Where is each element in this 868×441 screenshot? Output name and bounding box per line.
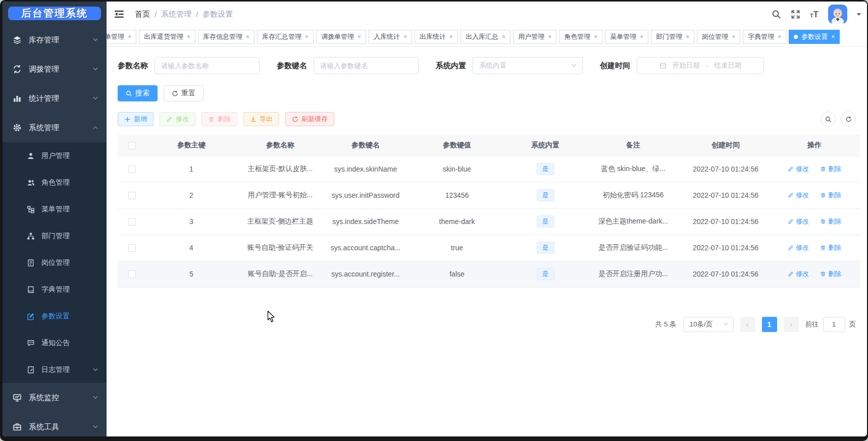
row-checkbox[interactable]: [128, 192, 136, 199]
page-size-select[interactable]: 10条/页: [683, 317, 734, 332]
goto-page-input[interactable]: [823, 317, 845, 332]
add-button[interactable]: 新增: [118, 112, 154, 126]
export-button[interactable]: 导出: [243, 112, 279, 126]
tab-item[interactable]: 用户管理×: [513, 30, 556, 44]
sidebar-item-tools[interactable]: 系统工具: [3, 412, 107, 436]
tab-item[interactable]: 入库统计×: [369, 30, 412, 44]
tab-item[interactable]: 库存汇总管理×: [257, 30, 314, 44]
sidebar-item-monitor[interactable]: 系统监控: [3, 383, 107, 412]
sidebar-item-dept-mgmt[interactable]: 部门管理: [3, 223, 107, 249]
header-search-icon[interactable]: [772, 10, 781, 19]
tab-item[interactable]: 出入库汇总×: [461, 30, 510, 44]
sidebar-item-role-mgmt[interactable]: 角色管理: [3, 169, 107, 196]
sidebar-item-param-settings[interactable]: 参数设置: [3, 303, 107, 329]
refresh-cache-button[interactable]: 刷新缓存: [285, 112, 334, 126]
log-icon: [27, 366, 35, 374]
close-icon[interactable]: ×: [449, 34, 453, 40]
close-icon[interactable]: ×: [778, 34, 781, 40]
row-delete-link[interactable]: 删除: [820, 191, 841, 200]
close-icon[interactable]: ×: [640, 34, 643, 40]
fullscreen-icon[interactable]: [791, 10, 800, 19]
row-checkbox[interactable]: [128, 270, 136, 278]
param-name-label: 参数名称: [118, 61, 148, 71]
date-separator: -: [706, 62, 708, 70]
sidebar-item-post-mgmt[interactable]: 岗位管理: [3, 249, 107, 276]
avatar[interactable]: [828, 5, 847, 24]
current-page-button[interactable]: 1: [762, 317, 777, 332]
tab-item[interactable]: 菜单管理×: [605, 30, 648, 44]
tab-item[interactable]: 部门管理×: [651, 30, 694, 44]
sidebar-item-label: 用户管理: [41, 151, 70, 160]
cell-created: 2022-07-10 01:24:56: [682, 156, 769, 182]
tab-item[interactable]: 出库统计×: [415, 30, 458, 44]
delete-button[interactable]: 删除: [201, 112, 237, 126]
close-icon[interactable]: ×: [187, 34, 190, 40]
tab-item-active[interactable]: 参数设置×: [789, 30, 840, 44]
row-delete-link[interactable]: 删除: [820, 269, 841, 279]
tab-item[interactable]: 字典管理×: [743, 30, 786, 44]
close-icon[interactable]: ×: [732, 34, 735, 40]
cell-param-key: sys.account.captcha...: [324, 235, 407, 261]
sidebar-item-user-mgmt[interactable]: 用户管理: [3, 142, 107, 169]
sidebar-item-label: 部门管理: [41, 232, 70, 241]
row-delete-link[interactable]: 删除: [820, 243, 841, 252]
sidebar-item-label: 库存管理: [29, 35, 59, 45]
close-icon[interactable]: ×: [594, 34, 597, 40]
row-checkbox[interactable]: [128, 244, 136, 252]
row-delete-link[interactable]: 删除: [820, 164, 841, 174]
chevron-up-icon: [92, 125, 98, 131]
row-checkbox[interactable]: [128, 218, 136, 226]
close-icon[interactable]: ×: [686, 34, 689, 40]
tab-item[interactable]: 库存信息管理×: [198, 30, 254, 44]
select-all-checkbox[interactable]: [128, 142, 136, 149]
tab-item[interactable]: 角色管理×: [559, 30, 602, 44]
prev-page-button[interactable]: ‹: [740, 317, 755, 332]
search-button[interactable]: 搜索: [118, 85, 158, 101]
next-page-button[interactable]: ›: [784, 317, 799, 332]
close-icon[interactable]: ×: [403, 34, 407, 40]
param-key-input[interactable]: [314, 57, 419, 74]
font-size-icon[interactable]: TT: [810, 10, 819, 19]
row-delete-link[interactable]: 删除: [820, 217, 841, 226]
row-edit-link[interactable]: 修改: [788, 243, 809, 252]
avatar-caret-icon[interactable]: [857, 13, 861, 16]
row-edit-link[interactable]: 修改: [788, 269, 809, 279]
row-edit-link[interactable]: 修改: [788, 217, 809, 226]
tab-item[interactable]: 岗位管理×: [697, 30, 740, 44]
sidebar-item-menu-mgmt[interactable]: 菜单管理: [3, 196, 107, 223]
close-icon[interactable]: ×: [128, 34, 131, 40]
sidebar-fold-icon[interactable]: [114, 10, 125, 19]
param-name-input[interactable]: [155, 57, 260, 74]
tab-item[interactable]: 单管理×: [107, 30, 136, 44]
row-edit-link[interactable]: 修改: [788, 164, 809, 174]
date-range-picker[interactable]: 开始日期 - 结束日期: [637, 57, 764, 74]
close-icon[interactable]: ×: [831, 34, 835, 40]
refresh-table-icon[interactable]: [841, 112, 856, 127]
sidebar-item-notice[interactable]: 通知公告: [3, 329, 107, 356]
row-edit-link[interactable]: 修改: [788, 191, 809, 200]
sidebar-item-system[interactable]: 系统管理: [3, 113, 107, 142]
reset-button[interactable]: 重置: [164, 85, 203, 101]
sidebar-item-dict-mgmt[interactable]: 字典管理: [3, 276, 107, 303]
sidebar-item-inventory[interactable]: 库存管理: [3, 25, 107, 54]
cell-param-key: sys.user.initPassword: [324, 182, 407, 208]
close-icon[interactable]: ×: [358, 34, 361, 40]
modify-button[interactable]: 修改: [160, 112, 195, 126]
breadcrumb-home[interactable]: 首页: [135, 10, 150, 19]
chevron-down-icon: [92, 367, 98, 373]
row-checkbox[interactable]: [128, 166, 136, 173]
builtin-select[interactable]: 系统内置: [473, 57, 583, 74]
close-icon[interactable]: ×: [246, 34, 249, 40]
close-icon[interactable]: ×: [502, 34, 505, 40]
builtin-badge: 是: [537, 242, 554, 254]
toggle-search-icon[interactable]: [821, 112, 836, 127]
sidebar-item-statistics[interactable]: 统计管理: [3, 84, 107, 113]
builtin-badge: 是: [537, 268, 554, 280]
close-icon[interactable]: ×: [548, 34, 551, 40]
tab-item[interactable]: 调拨单管理×: [316, 30, 366, 44]
sidebar-item-transfer[interactable]: 调拨管理: [3, 54, 107, 84]
pagination-total: 共 5 条: [655, 320, 676, 329]
tab-item[interactable]: 出库退货管理×: [139, 30, 195, 44]
close-icon[interactable]: ×: [305, 34, 309, 40]
sidebar-item-log-mgmt[interactable]: 日志管理: [3, 356, 107, 383]
